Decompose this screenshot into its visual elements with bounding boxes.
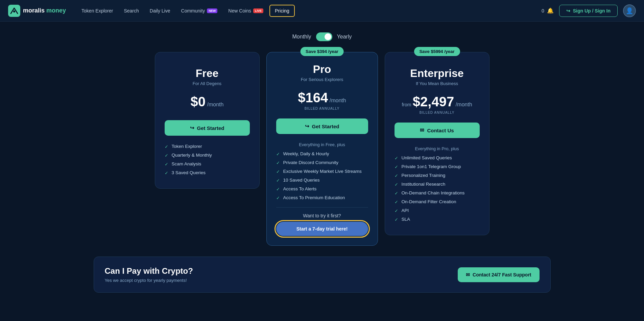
- pro-plan-subtitle: For Serious Explorers: [276, 77, 368, 82]
- pro-check-1: ✓: [276, 152, 280, 157]
- crypto-section: Can I Pay with Crypto? Yes we accept cry…: [94, 257, 551, 293]
- ent-feature-7: ✓ API: [395, 208, 480, 213]
- pro-check-2: ✓: [276, 160, 280, 165]
- avatar-icon: 👤: [626, 7, 633, 15]
- nav-new-coins[interactable]: New Coins LIVE: [223, 5, 268, 16]
- enterprise-save-badge: Save $5994 /year: [414, 47, 460, 56]
- signin-button[interactable]: ↪ Sign Up / Sign In: [559, 5, 618, 17]
- pro-check-6: ✓: [276, 195, 280, 200]
- avatar[interactable]: 👤: [623, 4, 636, 17]
- ent-check-1: ✓: [395, 156, 398, 161]
- ent-feature-2: ✓ Private 1on1 Telegram Group: [395, 164, 480, 169]
- nav-daily-live[interactable]: Daily Live: [145, 5, 175, 16]
- support-button[interactable]: ✉ Contact 24/7 Fast Support: [458, 267, 539, 282]
- crypto-heading: Can I Pay with Crypto?: [105, 266, 193, 276]
- notification-count: 0: [542, 8, 544, 14]
- moralis-logo-icon: [8, 5, 20, 17]
- trial-button-wrapper: Start a 7-day trial here!: [276, 222, 368, 236]
- check-icon-1: ✓: [165, 144, 168, 149]
- free-plan-subtitle: For All Degens: [165, 81, 250, 86]
- nav-search[interactable]: Search: [119, 5, 143, 16]
- pro-features-intro: Everything in Free, plus: [276, 142, 368, 147]
- enterprise-plan-price-row: from $2,497 /month: [395, 94, 480, 109]
- ent-check-4: ✓: [395, 182, 398, 187]
- free-get-started-button[interactable]: ↪ Get Started: [165, 120, 250, 136]
- pro-feature-1: ✓ Weekly, Daily & Hourly: [276, 151, 368, 157]
- free-feature-2: ✓ Quarterly & Monthly: [165, 153, 250, 158]
- pro-plan-period: /month: [330, 98, 346, 103]
- free-plan-card: Free For All Degens $0 /month ↪ Get Star…: [155, 52, 260, 189]
- main-content: Monthly Yearly Free For All Degens $0 /m…: [86, 22, 559, 306]
- logo-text: moralis money: [23, 7, 66, 14]
- enterprise-plan-title: Enterprise: [395, 67, 480, 80]
- free-plan-price-row: $0 /month: [165, 94, 250, 109]
- pro-feature-6: ✓ Access To Premium Education: [276, 195, 368, 200]
- enterprise-plan-price: $2,497: [413, 94, 454, 109]
- signin-arrow-icon: ↪: [566, 8, 570, 14]
- nav-community[interactable]: Community NEW: [176, 5, 222, 16]
- ent-feature-1: ✓ Unlimited Saved Queries: [395, 155, 480, 161]
- pro-plan-title: Pro: [276, 63, 368, 76]
- trial-highlight-outline: [275, 220, 370, 238]
- pro-get-started-button[interactable]: ↪ Get Started: [276, 118, 368, 134]
- free-plan-title: Free: [165, 67, 250, 80]
- free-feature-3: ✓ Scam Analysis: [165, 161, 250, 167]
- trial-question: Want to try it first?: [276, 213, 368, 218]
- ent-feature-4: ✓ Institutional Research: [395, 182, 480, 187]
- ent-check-7: ✓: [395, 208, 398, 213]
- logo[interactable]: moralis money: [8, 5, 66, 17]
- nav-right: 0 🔔 ↪ Sign Up / Sign In 👤: [542, 4, 636, 17]
- toggle-knob: [325, 33, 331, 40]
- crypto-text: Can I Pay with Crypto? Yes we accept cry…: [105, 266, 193, 283]
- ent-feature-6: ✓ On-Demand Filter Creation: [395, 199, 480, 205]
- billing-toggle[interactable]: [316, 32, 332, 41]
- pro-feature-4: ✓ 10 Saved Queries: [276, 178, 368, 183]
- enterprise-plan-card: Save $5994 /year Enterprise If You Mean …: [385, 52, 490, 235]
- pro-feature-5: ✓ Access To Alerts: [276, 186, 368, 192]
- ent-check-5: ✓: [395, 191, 398, 196]
- enterprise-from-label: from: [402, 102, 411, 107]
- pro-billed-label: BILLED ANNUALLY: [276, 107, 368, 110]
- yearly-label: Yearly: [337, 34, 352, 40]
- free-plan-period: /month: [207, 102, 224, 107]
- ent-check-3: ✓: [395, 173, 398, 178]
- free-plan-price: $0: [191, 94, 206, 109]
- ent-feature-5: ✓ On-Demand Chain Integrations: [395, 190, 480, 196]
- new-coins-badge: LIVE: [253, 8, 263, 13]
- pro-btn-arrow-icon: ↪: [305, 123, 309, 129]
- check-icon-2: ✓: [165, 153, 168, 158]
- pro-check-5: ✓: [276, 187, 280, 192]
- notification-area[interactable]: 0 🔔: [542, 7, 554, 14]
- navbar: moralis money Token Explorer Search Dail…: [0, 0, 644, 22]
- free-feature-4: ✓ 3 Saved Queries: [165, 170, 250, 176]
- pro-plan-price: $164: [298, 90, 328, 105]
- ent-check-6: ✓: [395, 199, 398, 205]
- pro-feature-3: ✓ Exclusive Weekly Market Live Streams: [276, 169, 368, 174]
- pricing-cards: Free For All Degens $0 /month ↪ Get Star…: [94, 52, 551, 246]
- enterprise-plan-period: /month: [456, 102, 472, 107]
- community-badge: NEW: [207, 8, 217, 13]
- nav-pricing[interactable]: Pricing: [269, 5, 295, 17]
- enterprise-billed-label: BILLED ANNUALLY: [395, 111, 480, 114]
- ent-feature-3: ✓ Personalized Training: [395, 173, 480, 178]
- enterprise-plan-subtitle: If You Mean Business: [395, 81, 480, 86]
- monthly-label: Monthly: [292, 34, 311, 40]
- pro-check-3: ✓: [276, 169, 280, 174]
- free-feature-1: ✓ Token Explorer: [165, 144, 250, 149]
- svg-point-1: [13, 10, 15, 12]
- check-icon-3: ✓: [165, 162, 168, 167]
- ent-check-2: ✓: [395, 164, 398, 169]
- enterprise-features-intro: Everything in Pro, plus: [395, 146, 480, 151]
- nav-links: Token Explorer Search Daily Live Communi…: [77, 5, 542, 17]
- ent-feature-8: ✓ SLA: [395, 217, 480, 222]
- ent-check-8: ✓: [395, 217, 398, 222]
- enterprise-contact-button[interactable]: ✉ Contact Us: [395, 123, 480, 138]
- check-icon-4: ✓: [165, 170, 168, 176]
- pro-plan-card: Save $394 /year Pro For Serious Explorer…: [266, 52, 378, 246]
- free-btn-arrow-icon: ↪: [190, 125, 194, 131]
- support-mail-icon: ✉: [466, 272, 470, 277]
- nav-token-explorer[interactable]: Token Explorer: [77, 5, 118, 16]
- pro-check-4: ✓: [276, 178, 280, 183]
- pro-plan-price-row: $164 /month: [276, 90, 368, 105]
- enterprise-btn-mail-icon: ✉: [420, 127, 424, 133]
